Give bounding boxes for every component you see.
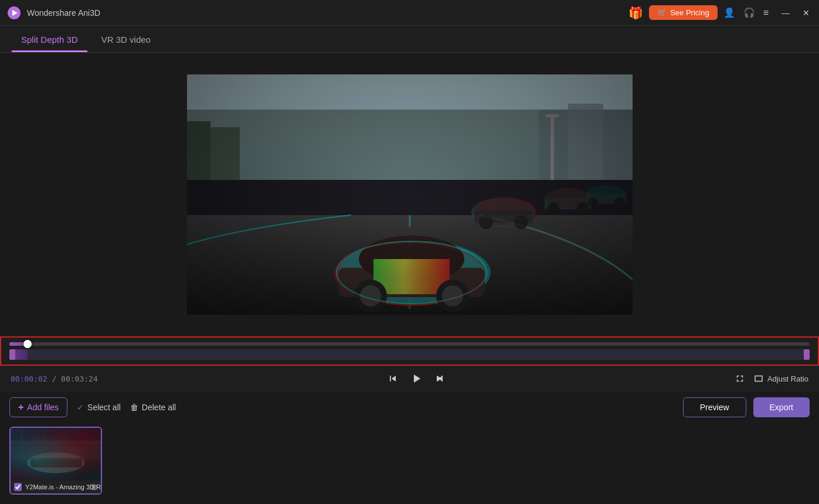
close-button[interactable]: ✕	[800, 7, 812, 19]
main-content: 00:00:02 / 00:03:24	[0, 53, 819, 504]
cart-icon: 🛒	[657, 8, 667, 17]
timeline-handle-right[interactable]	[804, 349, 810, 360]
tab-split-depth-3d[interactable]: Split Depth 3D	[12, 29, 87, 52]
tab-vr-3d-video[interactable]: VR 3D video	[92, 29, 160, 52]
svg-rect-39	[11, 428, 101, 480]
skip-forward-button[interactable]	[434, 373, 446, 384]
time-display: 00:00:02 / 00:03:24	[11, 374, 98, 383]
timeline-lower[interactable]	[9, 349, 810, 360]
current-time: 00:00:02	[11, 374, 47, 383]
select-all-button[interactable]: ✓ Select all	[77, 403, 121, 412]
svg-rect-38	[187, 74, 633, 315]
title-bar-right: 🎁 🛒 See Pricing 👤 🎧 ≡ — ✕	[628, 5, 812, 20]
svg-point-41	[27, 452, 84, 473]
svg-point-42	[28, 452, 85, 472]
app-logo	[7, 6, 21, 20]
user-icon[interactable]: 👤	[723, 7, 735, 18]
menu-icon[interactable]: ≡	[763, 8, 769, 18]
video-preview	[187, 74, 633, 315]
see-pricing-button[interactable]: 🛒 See Pricing	[649, 5, 717, 20]
scrubber-thumb[interactable]	[23, 340, 32, 348]
adjust-ratio-icon	[753, 373, 764, 384]
skip-forward-icon	[434, 373, 446, 384]
right-controls: Adjust Ratio	[735, 373, 808, 384]
headphone-icon[interactable]: 🎧	[743, 7, 755, 18]
thumb-delete-icon[interactable]: 🗑	[91, 483, 98, 491]
plus-icon: +	[18, 402, 23, 413]
title-bar: Wondershare Ani3D 🎁 🛒 See Pricing 👤 🎧 ≡ …	[0, 0, 819, 26]
thumb-checkbox[interactable]	[14, 483, 22, 491]
thumb-preview	[11, 428, 101, 481]
app-title: Wondershare Ani3D	[27, 8, 100, 18]
thumb-image	[11, 428, 101, 481]
add-files-button[interactable]: + Add files	[9, 397, 67, 417]
video-frame	[187, 74, 633, 315]
export-button[interactable]: Export	[753, 397, 810, 417]
time-separator: /	[52, 374, 61, 383]
adjust-ratio-button[interactable]: Adjust Ratio	[753, 373, 808, 384]
play-button[interactable]	[409, 372, 423, 386]
window-controls: — ✕	[779, 7, 812, 19]
play-icon	[409, 372, 423, 386]
delete-all-button[interactable]: 🗑 Delete all	[130, 403, 176, 412]
tabs-bar: Split Depth 3D VR 3D video	[0, 26, 819, 53]
minimize-button[interactable]: —	[779, 7, 792, 19]
video-area	[0, 53, 819, 336]
title-bar-left: Wondershare Ani3D	[7, 6, 100, 20]
file-list-area: + Add files ✓ Select all 🗑 Delete all Pr…	[0, 391, 819, 504]
gift-icon[interactable]: 🎁	[628, 6, 643, 20]
skip-back-icon	[387, 373, 399, 384]
scrubber-track[interactable]	[9, 342, 810, 346]
title-bar-icons: 👤 🎧 ≡	[723, 7, 769, 18]
controls-bar: 00:00:02 / 00:03:24	[0, 366, 819, 391]
file-list-actions: Preview Export	[683, 397, 810, 417]
skip-back-button[interactable]	[387, 373, 399, 384]
file-thumb[interactable]: Y2Mate.is - Amazing 3D R. 🗑	[9, 427, 102, 495]
svg-rect-47	[11, 440, 101, 460]
file-list-toolbar: + Add files ✓ Select all 🗑 Delete all Pr…	[9, 397, 810, 417]
preview-button[interactable]: Preview	[683, 397, 746, 417]
timeline-handle-left[interactable]	[9, 349, 15, 360]
fullscreen-button[interactable]	[735, 373, 745, 384]
file-thumbnails: Y2Mate.is - Amazing 3D R. 🗑	[9, 423, 810, 498]
playback-controls	[387, 372, 446, 386]
svg-rect-43	[30, 458, 82, 468]
trash-icon: 🗑	[130, 403, 138, 412]
svg-rect-48	[11, 440, 101, 460]
timeline-area	[0, 336, 819, 366]
thumb-label: Y2Mate.is - Amazing 3D R. 🗑	[11, 481, 101, 493]
total-time: 00:03:24	[61, 374, 98, 383]
fullscreen-icon	[735, 373, 745, 384]
svg-rect-40	[11, 428, 101, 480]
checkbox-icon: ✓	[77, 403, 84, 412]
